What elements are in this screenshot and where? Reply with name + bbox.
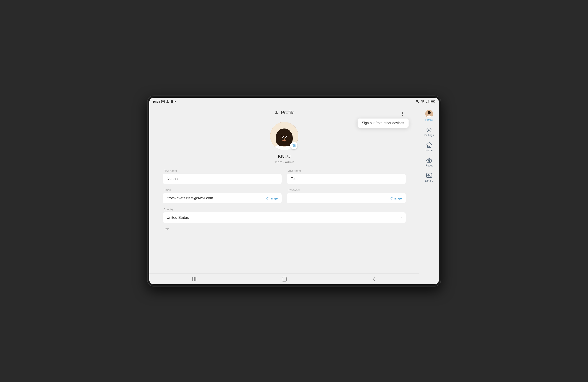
- svg-point-14: [402, 113, 403, 114]
- home-icon: [426, 142, 432, 148]
- svg-rect-6: [426, 102, 427, 103]
- sidebar-item-home[interactable]: Home: [420, 140, 438, 154]
- wifi-icon: [421, 100, 425, 103]
- form-section: First name Ivanna Last name Test: [154, 169, 414, 231]
- bottom-nav: [149, 274, 420, 284]
- home-nav-button[interactable]: [278, 275, 291, 283]
- svg-rect-43: [427, 159, 431, 162]
- sidebar-item-profile[interactable]: Profile: [420, 108, 438, 124]
- email-value: itrotskovets+test@swivl.com: [167, 196, 213, 200]
- country-value: United States: [167, 215, 189, 220]
- svg-rect-34: [194, 277, 195, 281]
- status-bar: 16:24: [149, 98, 439, 106]
- svg-rect-44: [428, 160, 429, 161]
- country-label: Country: [163, 208, 406, 211]
- email-group: Email itrotskovets+test@swivl.com Change: [163, 188, 282, 203]
- svg-point-25: [282, 136, 283, 137]
- svg-point-5: [422, 103, 423, 103]
- sidebar-profile-label: Profile: [425, 119, 433, 122]
- svg-rect-36: [282, 277, 286, 281]
- sidebar-item-settings[interactable]: Settings: [420, 125, 438, 139]
- main-area: Profile Sign out from other devices: [149, 106, 439, 284]
- last-name-input[interactable]: Test: [287, 174, 406, 184]
- country-select[interactable]: United States ›: [163, 212, 406, 223]
- sidebar-settings-label: Settings: [424, 134, 434, 137]
- last-name-value: Test: [291, 177, 297, 181]
- svg-rect-42: [429, 146, 430, 148]
- email-input[interactable]: itrotskovets+test@swivl.com Change: [163, 193, 282, 203]
- email-change-link[interactable]: Change: [266, 196, 278, 200]
- password-change-link[interactable]: Change: [390, 196, 402, 200]
- password-group: Password ············ Change: [287, 188, 406, 203]
- svg-point-31: [293, 145, 295, 147]
- page-title: Profile: [281, 110, 294, 115]
- account-icon: [166, 100, 169, 103]
- tablet-screen: 16:24: [149, 98, 439, 284]
- last-name-label: Last name: [287, 169, 406, 172]
- time-display: 16:24: [153, 100, 160, 103]
- svg-rect-33: [192, 277, 193, 281]
- back-nav-button[interactable]: [368, 275, 381, 283]
- page-title-area: Profile: [274, 110, 294, 115]
- tablet-frame: 16:24: [147, 95, 441, 287]
- svg-rect-11: [431, 101, 434, 103]
- sidebar-item-robot[interactable]: Robot: [420, 155, 438, 169]
- sign-out-option[interactable]: Sign out from other devices: [362, 121, 404, 125]
- menu-nav-button[interactable]: [188, 275, 201, 283]
- password-value: ············: [291, 196, 308, 200]
- dropdown-menu[interactable]: Sign out from other devices: [357, 119, 409, 128]
- svg-point-26: [283, 136, 283, 137]
- camera-icon: [292, 144, 296, 147]
- svg-rect-35: [195, 277, 196, 281]
- svg-point-15: [402, 115, 403, 116]
- role-row: Role: [163, 227, 406, 231]
- svg-rect-45: [429, 160, 430, 161]
- user-name: KNLU: [278, 154, 291, 159]
- svg-point-2: [167, 100, 168, 102]
- image-icon: [161, 100, 165, 103]
- svg-point-28: [285, 136, 286, 137]
- status-left: 16:24: [153, 100, 176, 103]
- svg-rect-46: [429, 161, 430, 162]
- person-header-icon: [274, 110, 279, 115]
- svg-point-40: [428, 129, 430, 131]
- credentials-row: Email itrotskovets+test@swivl.com Change…: [163, 188, 406, 203]
- svg-rect-8: [428, 101, 428, 103]
- page-header: Profile Sign out from other devices: [149, 106, 420, 120]
- sidebar-robot-label: Robot: [425, 164, 432, 167]
- first-name-input[interactable]: Ivanna: [163, 174, 282, 184]
- avatar-container: [270, 122, 298, 150]
- password-input[interactable]: ············ Change: [287, 193, 406, 203]
- last-name-group: Last name Test: [287, 169, 406, 184]
- svg-rect-9: [429, 100, 429, 103]
- sidebar-avatar-thumb: [425, 110, 433, 118]
- status-right: [416, 100, 436, 103]
- battery-icon: [431, 100, 436, 103]
- svg-point-13: [402, 112, 403, 113]
- sidebar-home-label: Home: [425, 149, 432, 152]
- content-area: Profile Sign out from other devices: [149, 106, 420, 284]
- first-name-label: First name: [163, 169, 282, 172]
- signal-icon: [426, 100, 429, 103]
- name-row: First name Ivanna Last name Test: [163, 169, 406, 184]
- svg-rect-7: [427, 102, 427, 103]
- robot-icon: [426, 157, 432, 163]
- first-name-group: First name Ivanna: [163, 169, 282, 184]
- svg-rect-32: [295, 145, 295, 146]
- settings-icon: [426, 127, 432, 133]
- svg-point-38: [428, 111, 431, 114]
- email-label: Email: [163, 188, 282, 192]
- chevron-right-icon: ›: [400, 215, 402, 220]
- svg-rect-3: [171, 101, 173, 103]
- first-name-value: Ivanna: [167, 177, 178, 181]
- country-row: Country United States ›: [163, 208, 406, 223]
- sidebar-item-library[interactable]: Library: [420, 170, 438, 185]
- dot-indicator: [175, 101, 176, 102]
- sidebar-avatar-icon: [425, 110, 433, 118]
- camera-badge-button[interactable]: [290, 142, 297, 149]
- svg-point-29: [286, 136, 286, 137]
- password-label: Password: [287, 188, 406, 192]
- more-options-button[interactable]: [399, 110, 406, 118]
- right-sidebar: Profile Settings: [420, 106, 439, 284]
- user-role: Team - Admin: [274, 160, 294, 164]
